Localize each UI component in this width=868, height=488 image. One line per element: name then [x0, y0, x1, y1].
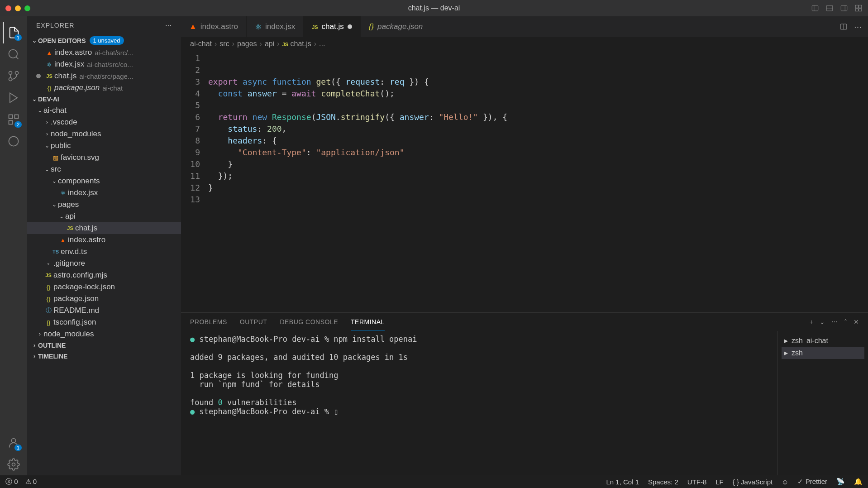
folder-item[interactable]: ›node_modules — [27, 128, 181, 140]
breadcrumb-segment[interactable]: src — [219, 40, 229, 48]
file-item[interactable]: {}package.json — [27, 293, 181, 305]
close-panel-icon[interactable]: ✕ — [854, 318, 859, 325]
folder-item[interactable]: ⌄api — [27, 211, 181, 222]
open-editor-item[interactable]: JSchat.jsai-chat/src/page... — [27, 70, 181, 82]
panel-tab-terminal[interactable]: TERMINAL — [351, 314, 385, 330]
svg-point-12 — [9, 72, 12, 75]
tree-item-label: ai-chat — [43, 106, 67, 115]
toggle-primary-sidebar-icon[interactable] — [811, 4, 819, 12]
editor-tab[interactable]: JSchat.js — [304, 16, 361, 37]
editor-tab[interactable]: ⚛index.jsx — [247, 16, 304, 37]
breadcrumb-segment[interactable]: ... — [319, 40, 325, 48]
terminal-dropdown-icon[interactable]: ⌄ — [820, 318, 825, 325]
timeline-header[interactable]: › TIMELINE — [27, 351, 181, 362]
terminal-session-name: zsh — [792, 349, 803, 357]
chevron-icon: ⌄ — [43, 143, 51, 149]
panel-tab-output[interactable]: OUTPUT — [240, 314, 267, 330]
activity-extensions[interactable]: 2 — [3, 109, 24, 130]
branch-icon — [7, 70, 20, 82]
minimize-window-button[interactable] — [15, 5, 21, 11]
status-cursor[interactable]: Ln 1, Col 1 — [606, 478, 639, 486]
status-language[interactable]: { } JavaScript — [733, 478, 773, 486]
tree-item-label: pages — [58, 200, 79, 209]
breadcrumb-segment[interactable]: ai-chat — [190, 40, 212, 48]
file-item[interactable]: ⓘREADME.md — [27, 305, 181, 316]
file-item[interactable]: JSastro.config.mjs — [27, 269, 181, 281]
breadcrumb-segment[interactable]: pages — [237, 40, 257, 48]
breadcrumb-segment[interactable]: JS chat.js — [282, 40, 311, 48]
status-eol[interactable]: LF — [715, 478, 724, 486]
editor-tabs: ▲index.astro⚛index.jsxJSchat.js{}package… — [181, 16, 868, 37]
maximize-panel-icon[interactable]: ˄ — [844, 318, 847, 325]
activity-settings[interactable] — [3, 454, 24, 475]
status-go-live-icon[interactable]: 📡 — [836, 478, 845, 486]
file-item[interactable]: ◦.gitignore — [27, 258, 181, 269]
editor-tab[interactable]: {}package.json — [361, 16, 432, 37]
status-prettier[interactable]: ✓ Prettier — [797, 478, 827, 486]
file-item[interactable]: TSenv.d.ts — [27, 246, 181, 258]
open-editor-item[interactable]: ▲index.astroai-chat/src/... — [27, 47, 181, 58]
outline-header[interactable]: › OUTLINE — [27, 340, 181, 351]
tree-item-label: favicon.svg — [61, 153, 99, 162]
edge-icon — [7, 135, 20, 148]
svg-rect-8 — [855, 9, 858, 11]
svg-point-14 — [15, 72, 19, 75]
chevron-icon: › — [43, 119, 51, 125]
activity-edge[interactable] — [3, 130, 24, 152]
toggle-panel-icon[interactable] — [825, 4, 834, 12]
breadcrumb-segment[interactable]: api — [265, 40, 274, 48]
file-item[interactable]: {}package-lock.json — [27, 281, 181, 293]
open-editor-item[interactable]: ⚛index.jsxai-chat/src/co... — [27, 58, 181, 70]
breadcrumb[interactable]: ai-chat›src›pages›api›JS chat.js›... — [181, 37, 868, 51]
folder-item[interactable]: ›.vscode — [27, 116, 181, 128]
file-item[interactable]: {}tsconfig.json — [27, 316, 181, 328]
explorer-more-icon[interactable]: ⋯ — [165, 22, 172, 29]
terminal-session[interactable]: ▸zshai-chat — [782, 335, 864, 347]
activity-source-control[interactable] — [3, 65, 24, 87]
toggle-secondary-sidebar-icon[interactable] — [840, 4, 848, 12]
file-item[interactable]: ▧favicon.svg — [27, 152, 181, 163]
maximize-window-button[interactable] — [24, 5, 30, 11]
activity-run-debug[interactable] — [3, 87, 24, 109]
terminal-output[interactable]: ● stephan@MacBook-Pro dev-ai % npm insta… — [181, 331, 777, 475]
status-encoding[interactable]: UTF-8 — [687, 478, 707, 486]
activity-accounts[interactable]: 1 — [3, 432, 24, 454]
editor-tab[interactable]: ▲index.astro — [181, 16, 247, 37]
tab-more-icon[interactable]: ⋯ — [854, 22, 862, 32]
panel-tab-debug[interactable]: DEBUG CONSOLE — [280, 314, 338, 330]
file-item[interactable]: JSchat.js — [27, 222, 181, 234]
status-warnings[interactable]: ⚠ 0 — [25, 478, 37, 486]
file-icon: {} — [369, 22, 374, 31]
open-editors-header[interactable]: ⌄ OPEN EDITORS 1 unsaved — [27, 34, 181, 47]
status-spaces[interactable]: Spaces: 2 — [648, 478, 678, 486]
close-window-button[interactable] — [5, 5, 11, 11]
folder-item[interactable]: ⌄ai-chat — [27, 105, 181, 116]
customize-layout-icon[interactable] — [854, 4, 863, 12]
activity-explorer[interactable]: 1 — [3, 22, 24, 43]
split-editor-icon[interactable] — [839, 23, 848, 31]
code-editor[interactable]: 12345678910111213 export async function … — [181, 51, 868, 312]
panel-tab-problems[interactable]: PROBLEMS — [190, 314, 227, 330]
folder-item[interactable]: ⌄pages — [27, 199, 181, 211]
file-name: package.json — [54, 83, 100, 92]
folder-item[interactable]: ⌄public — [27, 140, 181, 152]
panel-more-icon[interactable]: ⋯ — [831, 318, 838, 325]
window-title: chat.js — dev-ai — [408, 4, 460, 12]
status-feedback-icon[interactable]: ☺ — [782, 478, 788, 486]
chevron-icon: ⌄ — [51, 201, 58, 208]
workspace-header[interactable]: ⌄ DEV-AI — [27, 94, 181, 105]
activity-search[interactable] — [3, 43, 24, 65]
open-editor-item[interactable]: {}package.jsonai-chat — [27, 82, 181, 94]
file-icon: ▲ — [44, 49, 54, 56]
folder-item[interactable]: ⌄components — [27, 175, 181, 187]
folder-item[interactable]: ⌄src — [27, 163, 181, 175]
terminal-session[interactable]: ▸zsh — [782, 347, 864, 359]
new-terminal-icon[interactable]: + — [810, 318, 813, 325]
folder-item[interactable]: ›node_modules — [27, 328, 181, 340]
file-item[interactable]: ▲index.astro — [27, 234, 181, 246]
chevron-icon: ⌄ — [58, 213, 65, 220]
file-item[interactable]: ⚛index.jsx — [27, 187, 181, 199]
status-errors[interactable]: ⓧ 0 — [5, 478, 18, 486]
code-content[interactable]: export async function get({ request: req… — [208, 53, 868, 312]
status-bell-icon[interactable]: 🔔 — [854, 478, 863, 486]
